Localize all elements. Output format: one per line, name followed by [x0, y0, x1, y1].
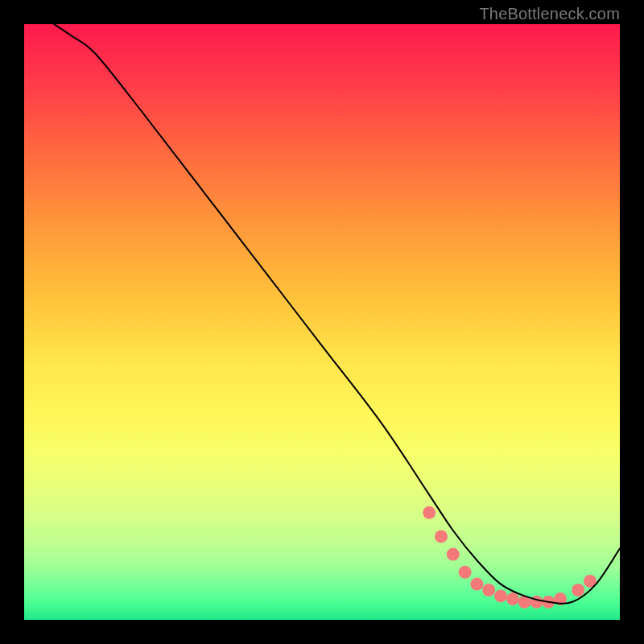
marker-dot: [506, 592, 519, 605]
marker-dot: [530, 596, 543, 609]
attribution-text: TheBottleneck.com: [479, 5, 620, 23]
marker-dot: [459, 566, 472, 579]
marker-dot: [435, 530, 448, 543]
marker-dot: [494, 589, 507, 602]
marker-dot: [482, 584, 495, 597]
plot-area: [24, 24, 620, 620]
marker-layer: [423, 506, 597, 609]
marker-dot: [470, 578, 483, 591]
chart-frame: TheBottleneck.com: [0, 0, 644, 644]
marker-dot: [447, 548, 460, 561]
chart-svg: [24, 24, 620, 620]
marker-dot: [423, 506, 436, 519]
marker-dot: [572, 584, 584, 597]
bottleneck-curve: [54, 24, 620, 604]
